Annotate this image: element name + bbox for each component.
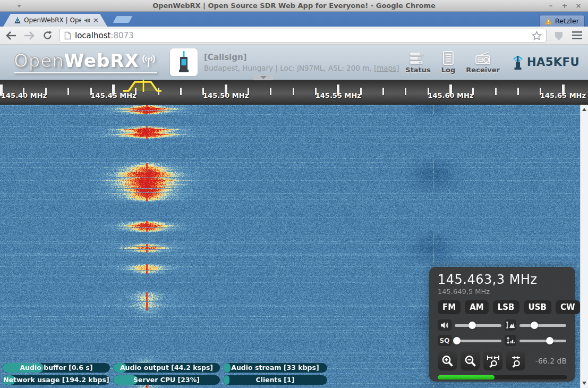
chevron-down-icon	[260, 76, 267, 79]
zoom-full-icon	[509, 355, 523, 368]
menu-icon[interactable]	[571, 30, 583, 41]
nav-status[interactable]: Status	[405, 52, 431, 74]
zoom-in-button[interactable]	[438, 351, 457, 370]
smeter	[438, 375, 567, 379]
mode-button-lsb[interactable]: LSB	[493, 300, 519, 314]
zoom-full-button[interactable]	[506, 351, 525, 370]
receiver-panel: 145.463,3 MHz 145.649,5 MHz FMAMLSBUSBCW	[429, 267, 575, 382]
zoom-out-icon	[464, 355, 477, 368]
receiver-avatar	[170, 48, 198, 76]
squelch-slider[interactable]	[454, 335, 502, 346]
window-maximize-button[interactable]: +	[560, 2, 569, 10]
slider-track	[455, 340, 501, 342]
nav-log[interactable]: Log	[441, 51, 456, 74]
receiver-location: Budapest, Hungary | Loc: JN97ML, ASL: 20…	[204, 64, 374, 72]
nav-log-label: Log	[441, 66, 456, 74]
scale-label: 145.55 MHz	[316, 91, 361, 99]
status-pill-label: Clients [1]	[223, 375, 327, 385]
squelch-slider-thumb[interactable]	[453, 337, 461, 344]
scale-label: 145.60 MHz	[428, 91, 473, 99]
scale-tick	[180, 88, 182, 95]
bandpass-filter-indicator[interactable]	[122, 80, 163, 92]
shield-icon[interactable]	[553, 30, 565, 41]
scale-tick	[45, 88, 47, 95]
mode-button-cw[interactable]: CW	[556, 300, 580, 314]
auto-level-icon	[506, 336, 515, 344]
browser-tab[interactable]: OpenWebRX | Open ×	[3, 14, 107, 27]
waterfall-colormap-button[interactable]	[505, 319, 516, 331]
openwebrx-logo: OpenWebRX	[14, 52, 157, 73]
browser-window: OpenWebRX | Open Source SDR Web App for …	[0, 0, 588, 388]
mute-button[interactable]	[438, 319, 451, 331]
slider-track	[519, 340, 566, 342]
tab-close-icon[interactable]: ×	[93, 17, 99, 23]
smeter-fill	[438, 375, 495, 379]
zoom-band-button[interactable]	[483, 351, 502, 370]
zoom-band-icon	[487, 355, 500, 368]
waterfall-area: Audio buffer [0.6 s]Audio output [44.2 k…	[0, 105, 588, 388]
status-pill: Audio output [44.2 ksps]	[113, 363, 220, 373]
colormap-slider-thumb[interactable]	[531, 322, 538, 329]
waterfall-auto-button[interactable]	[505, 335, 516, 346]
auto-slider-thumb[interactable]	[546, 337, 553, 344]
nav-receiver[interactable]: Receiver	[466, 51, 500, 74]
colormap-icon	[506, 321, 515, 329]
scale-tick	[270, 88, 271, 95]
slider-track	[455, 324, 501, 327]
scale-tick	[293, 88, 294, 95]
scale-tick	[23, 88, 24, 95]
url-port: :8073	[110, 31, 133, 40]
nav-receiver-label: Receiver	[466, 66, 500, 74]
scroll-down-icon[interactable]	[582, 382, 586, 385]
openwebrx-favicon	[14, 16, 21, 24]
scale-tick	[248, 88, 249, 95]
signal-level: -66.2 dB	[535, 357, 567, 365]
scroll-up-icon[interactable]	[582, 108, 586, 111]
profile-button[interactable]: Retzler	[539, 15, 585, 27]
status-pill-label: Network usage [194.2 kbps]	[3, 375, 110, 385]
scale-tick	[382, 88, 384, 95]
bookmark-star-icon[interactable]	[532, 31, 542, 40]
zoom-in-icon	[441, 355, 454, 368]
mode-button-am[interactable]: AM	[465, 300, 489, 314]
squelch-button[interactable]: SQ	[438, 335, 451, 346]
mode-button-fm[interactable]: FM	[438, 300, 461, 314]
tab-audio-icon[interactable]	[84, 18, 90, 23]
volume-slider[interactable]	[454, 320, 502, 331]
address-bar[interactable]: localhost:8073	[59, 29, 547, 43]
scale-label: 145.50 MHz	[203, 91, 249, 99]
nav-status-label: Status	[405, 66, 431, 74]
profile-name: Retzler	[555, 17, 579, 25]
panel-collapse-button[interactable]	[253, 75, 274, 80]
window-minimize-button[interactable]: –	[547, 2, 555, 10]
log-icon	[442, 51, 455, 65]
mode-button-usb[interactable]: USB	[524, 300, 551, 314]
forward-button[interactable]	[23, 30, 35, 41]
maps-link[interactable]: [maps]	[374, 64, 399, 72]
scale-tick	[360, 88, 362, 95]
status-pills: Audio buffer [0.6 s]Audio output [44.2 k…	[3, 363, 327, 385]
receiver-callsign: [Callsign]	[204, 53, 399, 62]
status-pill-label: Audio output [44.2 ksps]	[113, 363, 220, 373]
status-pill: Server CPU [23%]	[113, 375, 220, 385]
frequency-scale[interactable]: 145.40 MHz145.45 MHz145.50 MHz145.55 MHz…	[0, 80, 588, 105]
waterfall-auto-slider[interactable]	[518, 335, 567, 346]
receiver-description: [Callsign] Budapest, Hungary | Loc: JN97…	[204, 53, 399, 72]
slider-track	[519, 324, 566, 327]
club-logo: HA5KFU	[510, 54, 580, 71]
zoom-out-button[interactable]	[461, 351, 480, 370]
back-button[interactable]	[5, 30, 17, 41]
page-scrollbar[interactable]	[580, 105, 588, 388]
status-pill-label: Server CPU [23%]	[113, 375, 220, 385]
volume-slider-thumb[interactable]	[468, 322, 476, 329]
tuned-frequency[interactable]: 145.463,3 MHz	[438, 272, 567, 287]
url-host: localhost	[75, 31, 110, 40]
app-header: OpenWebRX [Callsign] Budapest, Hungary |…	[0, 45, 588, 80]
center-frequency: 145.649,5 MHz	[438, 288, 567, 296]
squelch-label: SQ	[440, 337, 450, 344]
window-close-button[interactable]: ×	[574, 2, 583, 10]
waterfall-colormap-slider[interactable]	[518, 320, 567, 331]
new-tab-button[interactable]	[113, 16, 133, 23]
reload-button[interactable]	[41, 30, 53, 41]
scale-tick	[67, 88, 69, 95]
